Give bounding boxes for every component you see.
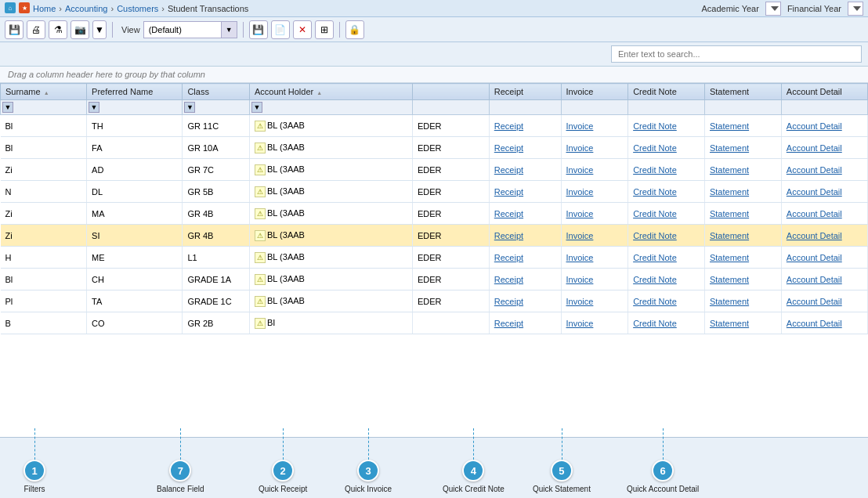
cell-invoice[interactable]: Invoice bbox=[561, 290, 628, 312]
credit-link[interactable]: Credit Note bbox=[633, 143, 677, 153]
filter-holder[interactable]: ▼ bbox=[250, 100, 413, 115]
table-row[interactable]: Zi SI GR 4B ⚠BL (3AAB EDER Receipt Invoi… bbox=[1, 225, 868, 247]
filter-icon-class[interactable]: ▼ bbox=[184, 102, 195, 113]
cell-credit[interactable]: Credit Note bbox=[628, 115, 705, 137]
cell-receipt[interactable]: Receipt bbox=[489, 312, 561, 334]
toolbar-page-btn[interactable]: 📄 bbox=[271, 20, 290, 39]
cell-invoice[interactable]: Invoice bbox=[561, 269, 628, 290]
toolbar-grid-btn[interactable]: ⊞ bbox=[315, 20, 334, 39]
statement-link[interactable]: Statement bbox=[710, 121, 749, 131]
cell-acctdetail[interactable]: Account Detail bbox=[781, 137, 867, 159]
cell-statement[interactable]: Statement bbox=[704, 203, 781, 225]
cell-acctdetail[interactable]: Account Detail bbox=[781, 115, 867, 137]
credit-link[interactable]: Credit Note bbox=[633, 187, 677, 197]
toolbar-save-btn[interactable]: 💾 bbox=[5, 20, 24, 39]
cell-acctdetail[interactable]: Account Detail bbox=[781, 159, 867, 181]
filter-preferred[interactable]: ▼ bbox=[87, 100, 183, 115]
acctdetail-link[interactable]: Account Detail bbox=[787, 143, 842, 153]
receipt-link[interactable]: Receipt bbox=[494, 143, 523, 153]
statement-link[interactable]: Statement bbox=[710, 297, 749, 306]
credit-link[interactable]: Credit Note bbox=[633, 165, 677, 175]
credit-link[interactable]: Credit Note bbox=[633, 121, 677, 131]
cell-receipt[interactable]: Receipt bbox=[489, 159, 561, 181]
statement-link[interactable]: Statement bbox=[710, 187, 749, 197]
toolbar-dropdown-btn[interactable]: ▼ bbox=[92, 20, 107, 39]
acctdetail-link[interactable]: Account Detail bbox=[787, 121, 842, 131]
cell-receipt[interactable]: Receipt bbox=[489, 181, 561, 203]
cell-statement[interactable]: Statement bbox=[704, 247, 781, 269]
receipt-link[interactable]: Receipt bbox=[494, 165, 523, 175]
search-input[interactable] bbox=[611, 45, 862, 63]
col-header-acctdetail[interactable]: Account Detail bbox=[781, 84, 867, 100]
toolbar-lock-btn[interactable]: 🔒 bbox=[345, 20, 364, 39]
view-select[interactable]: (Default) bbox=[143, 21, 222, 38]
acctdetail-link[interactable]: Account Detail bbox=[787, 209, 842, 218]
cell-credit[interactable]: Credit Note bbox=[628, 312, 705, 334]
academic-year-select[interactable] bbox=[765, 2, 781, 16]
cell-statement[interactable]: Statement bbox=[704, 269, 781, 290]
toolbar-camera-btn[interactable]: 📷 bbox=[71, 20, 89, 39]
acctdetail-link[interactable]: Account Detail bbox=[787, 253, 842, 262]
col-header-surname[interactable]: Surname bbox=[1, 84, 87, 100]
table-row[interactable]: B CO GR 2B ⚠BI Receipt Invoice Credit No… bbox=[1, 312, 868, 334]
cell-credit[interactable]: Credit Note bbox=[628, 159, 705, 181]
col-header-holder[interactable]: Account Holder bbox=[250, 84, 413, 100]
invoice-link[interactable]: Invoice bbox=[566, 275, 594, 284]
cell-acctdetail[interactable]: Account Detail bbox=[781, 312, 867, 334]
table-row[interactable]: Zi MA GR 4B ⚠BL (3AAB EDER Receipt Invoi… bbox=[1, 203, 868, 225]
credit-link[interactable]: Credit Note bbox=[633, 253, 677, 262]
receipt-link[interactable]: Receipt bbox=[494, 275, 523, 284]
cell-receipt[interactable]: Receipt bbox=[489, 115, 561, 137]
col-header-invoice[interactable]: Invoice bbox=[561, 84, 628, 100]
acctdetail-link[interactable]: Account Detail bbox=[787, 187, 842, 197]
invoice-link[interactable]: Invoice bbox=[566, 143, 594, 153]
statement-link[interactable]: Statement bbox=[710, 143, 749, 153]
table-row[interactable]: Bl CH GRADE 1A ⚠BL (3AAB EDER Receipt In… bbox=[1, 269, 868, 290]
cell-invoice[interactable]: Invoice bbox=[561, 115, 628, 137]
cell-statement[interactable]: Statement bbox=[704, 181, 781, 203]
cell-receipt[interactable]: Receipt bbox=[489, 247, 561, 269]
table-row[interactable]: H ME L1 ⚠BL (3AAB EDER Receipt Invoice C… bbox=[1, 247, 868, 269]
filter-class[interactable]: ▼ bbox=[183, 100, 250, 115]
receipt-link[interactable]: Receipt bbox=[494, 253, 523, 262]
col-header-statement[interactable]: Statement bbox=[704, 84, 781, 100]
table-row[interactable]: Zi AD GR 7C ⚠BL (3AAB EDER Receipt Invoi… bbox=[1, 159, 868, 181]
acctdetail-link[interactable]: Account Detail bbox=[787, 275, 842, 284]
breadcrumb-accounting[interactable]: Accounting bbox=[65, 4, 107, 13]
invoice-link[interactable]: Invoice bbox=[566, 319, 594, 328]
invoice-link[interactable]: Invoice bbox=[566, 253, 594, 262]
receipt-link[interactable]: Receipt bbox=[494, 209, 523, 218]
credit-link[interactable]: Credit Note bbox=[633, 275, 677, 284]
credit-link[interactable]: Credit Note bbox=[633, 319, 677, 328]
toolbar-floppy-btn[interactable]: 💾 bbox=[249, 20, 268, 39]
statement-link[interactable]: Statement bbox=[710, 165, 749, 175]
cell-invoice[interactable]: Invoice bbox=[561, 247, 628, 269]
receipt-link[interactable]: Receipt bbox=[494, 231, 523, 240]
toolbar-filter-btn[interactable]: ⚗ bbox=[49, 20, 67, 39]
statement-link[interactable]: Statement bbox=[710, 319, 749, 328]
filter-icon-preferred[interactable]: ▼ bbox=[89, 102, 99, 113]
cell-receipt[interactable]: Receipt bbox=[489, 137, 561, 159]
cell-invoice[interactable]: Invoice bbox=[561, 203, 628, 225]
col-header-receipt[interactable]: Receipt bbox=[489, 84, 561, 100]
table-row[interactable]: Bl TH GR 11C ⚠BL (3AAB EDER Receipt Invo… bbox=[1, 115, 868, 137]
cell-statement[interactable]: Statement bbox=[704, 225, 781, 247]
table-row[interactable]: Pl TA GRADE 1C ⚠BL (3AAB EDER Receipt In… bbox=[1, 290, 868, 312]
credit-link[interactable]: Credit Note bbox=[633, 297, 677, 306]
cell-credit[interactable]: Credit Note bbox=[628, 137, 705, 159]
table-row[interactable]: N DL GR 5B ⚠BL (3AAB EDER Receipt Invoic… bbox=[1, 181, 868, 203]
acctdetail-link[interactable]: Account Detail bbox=[787, 231, 842, 240]
cell-statement[interactable]: Statement bbox=[704, 290, 781, 312]
cell-statement[interactable]: Statement bbox=[704, 137, 781, 159]
cell-credit[interactable]: Credit Note bbox=[628, 290, 705, 312]
toolbar-x-btn[interactable]: ✕ bbox=[293, 20, 312, 39]
acctdetail-link[interactable]: Account Detail bbox=[787, 165, 842, 175]
cell-credit[interactable]: Credit Note bbox=[628, 203, 705, 225]
col-header-balance[interactable] bbox=[412, 84, 489, 100]
invoice-link[interactable]: Invoice bbox=[566, 209, 594, 218]
credit-link[interactable]: Credit Note bbox=[633, 209, 677, 218]
cell-receipt[interactable]: Receipt bbox=[489, 225, 561, 247]
invoice-link[interactable]: Invoice bbox=[566, 231, 594, 240]
cell-receipt[interactable]: Receipt bbox=[489, 290, 561, 312]
cell-credit[interactable]: Credit Note bbox=[628, 181, 705, 203]
